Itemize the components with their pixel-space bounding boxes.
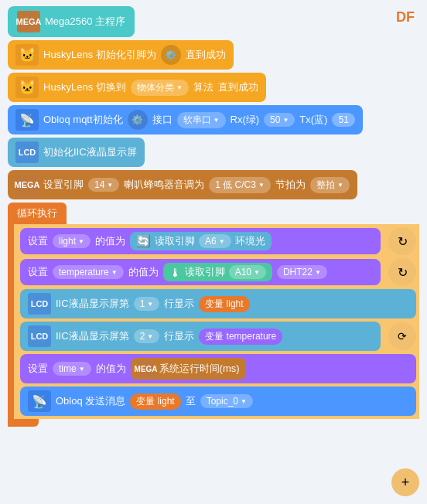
- lcd-row1-icon: LCD: [28, 293, 51, 315]
- huskylens-init-block: 🐱 HuskyLens 初始化引脚为 ⚙️ 直到成功: [8, 40, 419, 70]
- obloq-init-label: Obloq mqtt初始化: [43, 113, 123, 127]
- set-time-label: 设置: [28, 362, 48, 376]
- mega-beat-label: 节拍为: [275, 178, 306, 192]
- sensor-icon: 🔄: [136, 234, 151, 248]
- temp-sensor-icon: 🌡: [169, 266, 181, 279]
- light-sensor-label: 环境光: [235, 234, 265, 248]
- obloq-port-label: 接口: [152, 113, 173, 127]
- send-topic-dropdown[interactable]: Topic_0: [200, 394, 253, 408]
- loop-label: 循环执行: [17, 207, 57, 219]
- loop-header: 循环执行: [8, 203, 67, 224]
- mega-pin-dropdown[interactable]: 14: [88, 178, 119, 192]
- temp-refresh-btn[interactable]: ↻: [388, 258, 416, 286]
- mega-note-dropdown[interactable]: 1 低 C/C3: [209, 177, 271, 193]
- obloq-init-icon: 📡: [15, 109, 39, 131]
- read-pin2-label: 读取引脚: [185, 265, 225, 279]
- sys-time-label: 系统运行时间(ms): [159, 362, 240, 376]
- obloq-send-icon: 📡: [28, 390, 51, 412]
- lcd-row2-var: 变量 temperature: [199, 329, 282, 345]
- lcd-row1-var: 变量 light: [199, 296, 249, 312]
- read-pin-block: 🔄 读取引脚 A6 环境光: [130, 232, 272, 250]
- obloq-send-row: 📡 Obloq 发送消息 变量 light 至 Topic_0: [20, 387, 416, 416]
- obloq-init-block: 📡 Obloq mqtt初始化 ⚙️ 接口 软串口 Rx(绿) 50 Tx(蓝)…: [8, 105, 419, 135]
- obloq-tx-label: Tx(蓝): [299, 113, 327, 127]
- set-time-row: 设置 time 的值为 MEGA 系统运行时间(ms): [20, 354, 416, 383]
- lcd-row2-container: LCD IIC液晶显示屏第 2 行显示 变量 temperature ⟳: [20, 322, 416, 351]
- lcd-init-icon: LCD: [15, 141, 39, 163]
- lcd-row2-label: IIC液晶显示屏第: [56, 329, 129, 343]
- huskylens-switch-label: HuskyLens 切换到: [43, 80, 126, 94]
- read-pin-label: 读取引脚: [155, 234, 195, 248]
- loop-footer: [8, 419, 39, 427]
- loop-body: 设置 light 的值为 🔄 读取引脚 A6 环境光 ↻ 设置 temperat…: [8, 224, 419, 419]
- huskylens-init-success: 直到成功: [186, 48, 226, 62]
- light-refresh-btn[interactable]: ↻: [388, 227, 416, 255]
- light-pin-dropdown[interactable]: A6: [199, 234, 231, 248]
- mega-buzzer-label: 喇叭蜂鸣器音调为: [124, 178, 204, 192]
- set-val-label: 的值为: [95, 234, 125, 248]
- huskylens-init-label: HuskyLens 初始化引脚为: [43, 48, 156, 62]
- huskylens-success-label: 直到成功: [218, 80, 258, 94]
- lcd-row2-icon: LCD: [28, 325, 51, 347]
- mega-main-label: Mega2560 主程序: [45, 15, 125, 29]
- mega-icon: MEGA: [17, 11, 40, 32]
- lcd-row1-label: IIC液晶显示屏第: [56, 297, 129, 311]
- mega-pin-icon: MEGA: [15, 174, 39, 196]
- obloq-send-label: Obloq 发送消息: [56, 394, 125, 408]
- huskylens-mode-dropdown[interactable]: 物体分类: [131, 80, 189, 96]
- lcd-row1-num-dropdown[interactable]: 1: [134, 297, 160, 311]
- temp-var-dropdown[interactable]: temperature: [53, 265, 124, 279]
- huskylens-init-icon: 🐱: [15, 44, 39, 66]
- set-light-row: 设置 light 的值为 🔄 读取引脚 A6 环境光 ↻: [20, 227, 416, 255]
- loop-container: 循环执行 设置 light 的值为 🔄 读取引脚 A6 环境光 ↻: [8, 203, 419, 427]
- mega-main-block: MEGA Mega2560 主程序: [8, 6, 419, 37]
- mega-set-pin-label: 设置引脚: [43, 178, 84, 192]
- gear-btn[interactable]: ⚙️: [161, 45, 181, 65]
- set-temp-label: 设置: [28, 265, 48, 279]
- obloq-gear-btn[interactable]: ⚙️: [128, 110, 148, 130]
- obloq-rx-label: Rx(绿): [231, 113, 260, 127]
- lcd-row1-show-label: 行显示: [164, 297, 194, 311]
- lcd-row2-num-dropdown[interactable]: 2: [134, 329, 160, 343]
- set-temp-row: 设置 temperature 的值为 🌡 读取引脚 A10 DHT22 ↻: [20, 258, 416, 286]
- huskylens-switch-icon: 🐱: [15, 77, 39, 98]
- set-val3-label: 的值为: [96, 362, 126, 376]
- lcd-init-block: LCD 初始化IIC液晶显示屏: [8, 138, 419, 167]
- read-temp-block: 🌡 读取引脚 A10: [163, 263, 272, 281]
- lcd-refresh-btn[interactable]: ⟳: [388, 322, 416, 350]
- set-light-label: 设置: [28, 234, 48, 248]
- mega-pin-block: MEGA 设置引脚 14 喇叭蜂鸣器音调为 1 低 C/C3 节拍为 整拍: [8, 170, 419, 199]
- sys-time-icon: MEGA: [137, 360, 155, 377]
- sys-time-block: MEGA 系统运行时间(ms): [131, 358, 246, 380]
- time-var-dropdown[interactable]: time: [53, 362, 91, 376]
- set-val2-label: 的值为: [128, 265, 159, 279]
- huskylens-algo-label: 算法: [193, 80, 214, 94]
- obloq-softserial-dropdown[interactable]: 软串口: [177, 112, 226, 128]
- obloq-tx-val: 51: [332, 113, 354, 127]
- lcd-init-label: 初始化IIC液晶显示屏: [43, 145, 137, 159]
- mega-beat-dropdown[interactable]: 整拍: [310, 177, 350, 193]
- send-to-label: 至: [186, 394, 196, 408]
- light-var-dropdown[interactable]: light: [53, 234, 91, 248]
- temp-pin-dropdown[interactable]: A10: [229, 265, 266, 279]
- send-var: 变量 light: [130, 393, 180, 410]
- zoom-in-btn[interactable]: +: [391, 468, 419, 496]
- lcd-row2-show-label: 行显示: [164, 329, 194, 343]
- lcd-row1-container: LCD IIC液晶显示屏第 1 行显示 变量 light: [20, 289, 416, 318]
- dht-type-dropdown[interactable]: DHT22: [277, 265, 327, 279]
- huskylens-switch-block: 🐱 HuskyLens 切换到 物体分类 算法 直到成功: [8, 73, 419, 102]
- obloq-rx-dropdown[interactable]: 50: [264, 113, 295, 127]
